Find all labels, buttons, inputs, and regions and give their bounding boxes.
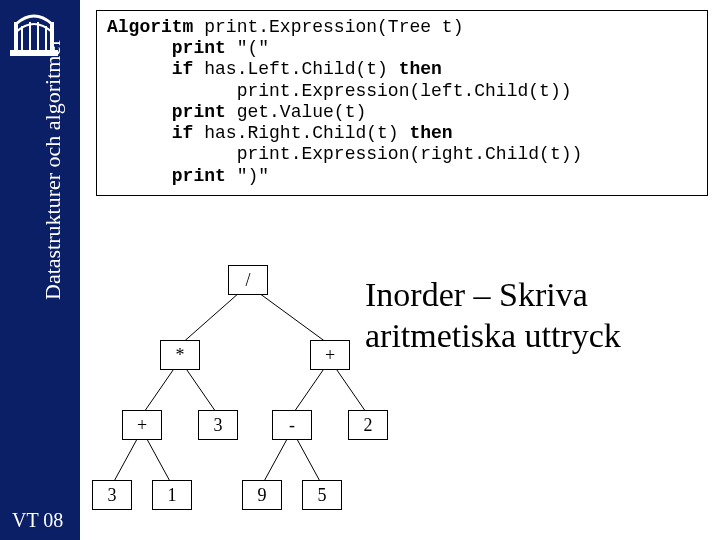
kw-then: then bbox=[409, 123, 452, 143]
kw-then: then bbox=[399, 59, 442, 79]
kw-print: print bbox=[172, 166, 226, 186]
tree-node: * bbox=[160, 340, 200, 370]
tree-node: 3 bbox=[92, 480, 132, 510]
kw-print: print bbox=[172, 102, 226, 122]
algorithm-box: Algoritm print.Expression(Tree t) print … bbox=[96, 10, 708, 196]
slide-heading: Inorder – Skriva aritmetiska uttryck bbox=[365, 275, 621, 357]
alg-close: ")" bbox=[226, 166, 269, 186]
alg-val: get.Value(t) bbox=[226, 102, 366, 122]
heading-line2: aritmetiska uttryck bbox=[365, 317, 621, 354]
alg-rec2: print.Expression(right.Child(t)) bbox=[237, 144, 583, 164]
kw-algoritm: Algoritm bbox=[107, 17, 193, 37]
kw-print: print bbox=[172, 38, 226, 58]
tree-node: + bbox=[122, 410, 162, 440]
tree-node: - bbox=[272, 410, 312, 440]
alg-open: "(" bbox=[226, 38, 269, 58]
tree-node: 3 bbox=[198, 410, 238, 440]
tree-node: 5 bbox=[302, 480, 342, 510]
alg-if2: has.Right.Child(t) bbox=[193, 123, 409, 143]
alg-signature: print.Expression(Tree t) bbox=[193, 17, 463, 37]
svg-rect-1 bbox=[14, 22, 18, 50]
kw-if: if bbox=[172, 123, 194, 143]
kw-if: if bbox=[172, 59, 194, 79]
tree-node-root: / bbox=[228, 265, 268, 295]
sidebar-title: Datastrukturer och algoritmer bbox=[40, 39, 66, 300]
tree-node: 2 bbox=[348, 410, 388, 440]
expression-tree: / * + + 3 - 2 3 1 9 5 bbox=[80, 250, 400, 530]
alg-rec1: print.Expression(left.Child(t)) bbox=[237, 81, 572, 101]
alg-if1: has.Left.Child(t) bbox=[193, 59, 398, 79]
tree-node: 9 bbox=[242, 480, 282, 510]
tree-node: + bbox=[310, 340, 350, 370]
footer-label: VT 08 bbox=[12, 509, 63, 532]
tree-node: 1 bbox=[152, 480, 192, 510]
